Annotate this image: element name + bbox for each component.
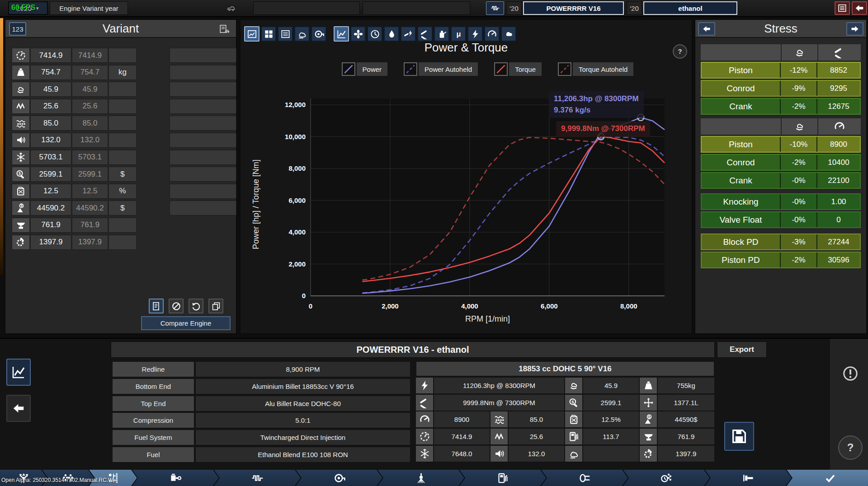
stress-percent: -2%	[781, 252, 816, 267]
tab-dyno[interactable]	[705, 470, 792, 486]
compare-empty-cell	[170, 184, 236, 199]
save-button[interactable]	[724, 422, 754, 451]
variant-previous-value: 44590.2	[72, 201, 108, 215]
variant-row: 132.0132.0	[12, 133, 137, 148]
engine-family-button[interactable]	[486, 1, 504, 15]
tooling-icon	[15, 237, 26, 248]
tab-injector[interactable]	[377, 470, 464, 486]
rpm-gauge-toggle-button[interactable]	[484, 26, 500, 42]
notes-button[interactable]	[149, 299, 164, 313]
svg-text:6,000: 6,000	[541, 302, 558, 310]
stress-row-conrod[interactable]: Conrod-2%10400	[701, 154, 861, 171]
back-arrow-button[interactable]	[6, 395, 31, 422]
variant-previous-value: 7414.9	[72, 48, 108, 63]
emissions-toggle-button[interactable]	[294, 26, 310, 42]
list-icon	[837, 3, 847, 13]
turbo-toggle-button[interactable]	[311, 26, 326, 42]
variant-name[interactable]: ethanol	[643, 1, 737, 15]
bolt-icon	[419, 380, 430, 391]
list-toggle-button[interactable]	[278, 26, 293, 42]
smoothness-icon	[794, 47, 806, 58]
stress-row-block-pd[interactable]: Block PD-3%27244	[701, 234, 861, 250]
undo-button[interactable]	[189, 299, 203, 313]
stress-row-valve-float[interactable]: Valve Float-0%0	[701, 211, 861, 228]
fan-toggle-button[interactable]	[350, 26, 366, 42]
rpm-gauge-icon	[834, 121, 845, 132]
wrench-bolt-toggle-button[interactable]	[401, 26, 416, 42]
engine-title: POWERRRR V16 - ethanol	[111, 341, 715, 358]
tab-crankshaft[interactable]	[214, 470, 301, 486]
legend-item-power[interactable]: Power	[342, 62, 388, 76]
svg-text:6,000: 6,000	[288, 196, 306, 204]
stats-value: 11206.3hp @ 8300RPM	[434, 378, 564, 393]
stats-value: 761.9	[658, 429, 714, 444]
help-circle-button[interactable]: ?	[838, 435, 863, 460]
stats-row: 7414.925.6113.7761.9	[416, 429, 714, 444]
legend-item-torque[interactable]: Torque	[494, 62, 542, 76]
question-icon: ?	[675, 47, 685, 56]
copy-button[interactable]	[208, 299, 223, 313]
clipboard-car-icon[interactable]	[217, 23, 232, 35]
variant-previous-value: 2599.1	[72, 167, 108, 182]
warnings-button[interactable]	[838, 361, 863, 386]
variant-stat-icon-cell: $	[12, 201, 30, 215]
legend-swatch	[494, 62, 508, 76]
dyno-view-button[interactable]	[6, 359, 31, 386]
line-chart-icon	[336, 29, 347, 39]
tab-check[interactable]	[787, 470, 868, 486]
tab-turbo[interactable]	[296, 470, 382, 486]
notes-list-button[interactable]	[835, 1, 850, 15]
stats-value: 85.0	[509, 411, 564, 427]
tools-icon	[419, 397, 430, 408]
tab-test-gauge[interactable]	[623, 470, 710, 486]
ban-button[interactable]	[169, 299, 184, 313]
variant-current-value: 5703.1	[30, 150, 71, 165]
stress-row-crank[interactable]: Crank-2%12675	[701, 98, 861, 115]
numbers-toggle-button[interactable]: 123	[9, 22, 26, 36]
stress-row-conrod[interactable]: Conrod-9%9295	[701, 80, 861, 97]
mu-toggle-button[interactable]: μ	[451, 26, 466, 42]
variant-stat-icon-cell	[12, 150, 30, 165]
stats-icon-cell: $	[640, 411, 657, 427]
image-chart-toggle-button[interactable]	[244, 26, 259, 42]
torque-peak-annotation: 9,999.8Nm @ 7300RPM	[556, 121, 650, 137]
legend-item-torque-autoheld[interactable]: Torque Autoheld	[558, 62, 633, 76]
bolt-toggle-button[interactable]	[467, 26, 483, 42]
tab-piston-conrod[interactable]	[132, 470, 219, 486]
line-chart-toggle-button[interactable]	[334, 26, 349, 42]
compare-empty-cell	[170, 116, 236, 131]
floppy-icon	[730, 427, 748, 445]
family-name[interactable]: POWERRRR V16	[523, 1, 624, 15]
stress-header-cell	[818, 44, 861, 61]
compare-engine-button[interactable]: Compare Engine	[141, 316, 231, 330]
back-button[interactable]	[852, 1, 867, 15]
oil-bottle-toggle-button[interactable]	[434, 26, 449, 42]
stats-value: 1397.9	[658, 446, 714, 462]
legend-item-power-autoheld[interactable]: Power Autoheld	[404, 62, 478, 76]
clock-toggle-button[interactable]	[367, 26, 382, 42]
export-button[interactable]: Export	[717, 341, 767, 358]
tools-toggle-button[interactable]	[417, 26, 433, 42]
tab-fuel-pump[interactable]	[459, 470, 546, 486]
anvil-icon	[643, 431, 654, 442]
stress-prev-button[interactable]	[698, 22, 715, 36]
variant-previous-value: 754.7	[72, 65, 108, 80]
stress-row-piston[interactable]: Piston-12%8852	[701, 62, 861, 79]
stress-next-button[interactable]	[846, 22, 863, 36]
spec-row: Compression5.0:1	[112, 412, 410, 428]
variant-current-value: 132.0	[30, 133, 71, 148]
turbo-icon	[314, 29, 324, 39]
droplet-toggle-button[interactable]	[384, 26, 399, 42]
stress-row-crank[interactable]: Crank-0%22100	[701, 172, 861, 189]
stress-row-knocking[interactable]: Knocking-0%1.00	[701, 193, 861, 210]
variant-previous-value: 12.5	[72, 184, 108, 199]
variant-stat-icon-cell	[12, 133, 30, 148]
grid-toggle-button[interactable]	[261, 26, 276, 42]
stress-row-piston[interactable]: Piston-10%8900	[701, 136, 861, 153]
cloud-toggle-button[interactable]	[501, 26, 516, 42]
stress-row-piston-pd[interactable]: Piston PD-2%30596	[701, 252, 861, 268]
tab-exhaust[interactable]	[541, 470, 628, 486]
help-button[interactable]: ?	[673, 44, 687, 59]
list-icon	[280, 29, 291, 39]
stress-group: Block PD-3%27244Piston PD-2%30596	[701, 234, 861, 268]
